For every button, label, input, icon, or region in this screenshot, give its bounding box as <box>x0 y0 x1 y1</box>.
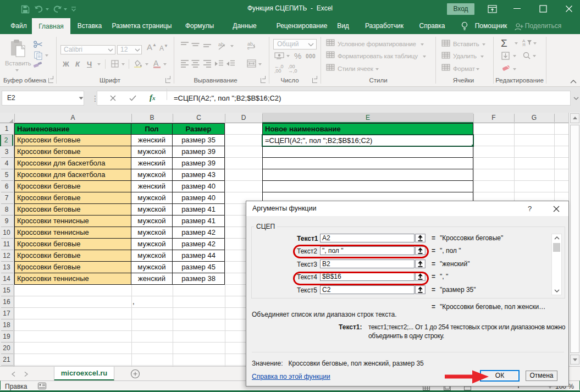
svg-text:c: c <box>247 46 250 50</box>
